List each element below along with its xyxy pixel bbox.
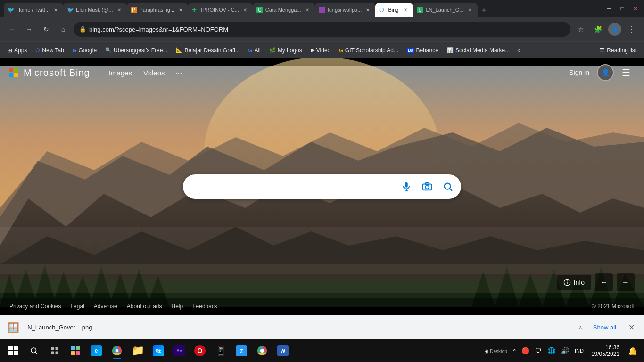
profile-button[interactable]: 👤 — [608, 23, 621, 36]
footer-privacy-link[interactable]: Privacy and Cookies — [9, 303, 61, 310]
new-tab-button[interactable]: + — [478, 4, 491, 17]
taskbar-app-edge[interactable]: e — [87, 341, 106, 360]
bookmark-behance[interactable]: Ba Behance — [403, 45, 442, 56]
taskbar-search-button[interactable] — [25, 341, 43, 360]
home-button[interactable]: ⌂ — [57, 23, 70, 36]
bookmarks-more-button[interactable]: » — [514, 45, 523, 56]
task-view-icon — [50, 346, 59, 355]
language-indicator[interactable]: IND — [573, 347, 586, 354]
svg-text:Z: Z — [240, 348, 243, 354]
bookmark-belajar-label: Belajar Desain Grafi... — [184, 47, 239, 54]
bookmark-newtab[interactable]: ⬡ New Tab — [32, 45, 67, 56]
tab-close-5[interactable]: ✕ — [304, 6, 311, 14]
hamburger-menu-button[interactable]: ☰ — [618, 64, 635, 81]
tab-close-1[interactable]: ✕ — [52, 6, 59, 14]
show-all-button[interactable]: Show all — [587, 321, 622, 334]
minimize-button[interactable]: ─ — [604, 4, 614, 13]
tab-close-4[interactable]: ✕ — [241, 6, 249, 14]
bookmark-all[interactable]: G All — [245, 45, 264, 56]
taskbar-app-explorer[interactable]: 📁 — [128, 341, 147, 360]
notifications-button[interactable]: 🔔 — [625, 343, 640, 358]
footer-about-ads-link[interactable]: About our ads — [127, 303, 162, 310]
reading-list-icon: ☰ — [600, 47, 605, 54]
bing-nav-videos[interactable]: Videos — [139, 66, 170, 80]
system-tray-expand[interactable]: ^ — [511, 346, 518, 355]
tab-close-6[interactable]: ✕ — [364, 6, 372, 14]
network-icon[interactable]: 🌐 — [545, 346, 557, 355]
bing-logo[interactable]: Microsoft Bing — [9, 67, 90, 78]
notification-icon: 🔔 — [628, 346, 637, 355]
taskbar-app-chrome2[interactable] — [253, 341, 272, 360]
footer-links: Privacy and Cookies Legal Advertise Abou… — [9, 303, 217, 310]
profile-avatar[interactable]: 👤 — [597, 64, 614, 81]
footer-help-link[interactable]: Help — [172, 303, 183, 310]
bookmark-ubersuggest[interactable]: 🔍 Ubersuggest's Free... — [101, 45, 171, 56]
bookmark-git-scholarship[interactable]: G GIT Scholarship Ad... — [335, 45, 402, 56]
tab-bing[interactable]: ⬡ Bing ✕ — [375, 3, 413, 17]
taskbar-app-phonelink[interactable]: 📱 — [211, 341, 230, 360]
tab-cara-mengga[interactable]: C Cara Mengga... ✕ — [253, 3, 315, 17]
start-button[interactable] — [4, 341, 23, 360]
forward-button[interactable]: → — [23, 23, 36, 36]
tab-close-7[interactable]: ✕ — [402, 6, 409, 14]
next-image-button[interactable]: → — [617, 273, 635, 291]
footer-advertise-link[interactable]: Advertise — [94, 303, 117, 310]
volume-icon[interactable]: 🔊 — [559, 346, 571, 355]
visual-search-icon-button[interactable] — [418, 177, 437, 196]
taskbar-app-opera[interactable]: O — [190, 341, 209, 360]
reload-button[interactable]: ↻ — [40, 23, 53, 36]
reading-list-button[interactable]: ☰ Reading list — [596, 45, 640, 56]
browser-menu-button[interactable]: ⋮ — [625, 23, 638, 36]
widgets-button[interactable] — [66, 341, 85, 360]
taskbar-app-zoom[interactable]: Z — [232, 341, 251, 360]
footer-legal-link[interactable]: Legal — [70, 303, 84, 310]
download-bar: 🪟 LN_Launch_Gover....png ∧ Show all ✕ — [0, 315, 644, 339]
back-button[interactable]: ← — [6, 23, 19, 36]
url-text: bing.com/?scope=images&nr=1&FORM=NOFORM — [89, 26, 565, 33]
bookmark-social-media[interactable]: 📊 Social Media Marke... — [443, 45, 513, 56]
bing-nav-more-dots[interactable]: ··· — [172, 66, 186, 80]
bing-nav-images[interactable]: Images — [104, 66, 137, 80]
tab-home-twitter[interactable]: 🐦 Home / Twitt... ✕ — [4, 3, 63, 17]
footer-feedback-link[interactable]: Feedback — [192, 303, 217, 310]
extensions-button[interactable]: 🧩 — [591, 23, 604, 36]
tab-strip: 🐦 Home / Twitt... ✕ 🐦 Elon Musk (@... ✕ … — [4, 0, 601, 17]
clock-time: 16:36 — [605, 344, 619, 351]
search-button[interactable] — [438, 177, 457, 196]
taskbar-app-chrome[interactable] — [107, 341, 126, 360]
aftereffects-icon: Ae — [173, 345, 185, 356]
taskbar-app-aftereffects[interactable]: Ae — [170, 341, 189, 360]
bookmark-mylogos[interactable]: 🌿 My Logos — [265, 45, 306, 56]
tab-fungsi-wallpa[interactable]: f fungsi wallpa... ✕ — [315, 3, 376, 17]
bookmark-star-button[interactable]: ☆ — [574, 23, 587, 36]
taskbar-app-word[interactable]: W — [273, 341, 292, 360]
tab-ln-launch[interactable]: L LN_Launch_G... ✕ — [413, 3, 477, 17]
download-bar-close-button[interactable]: ✕ — [627, 321, 636, 334]
sign-in-button[interactable]: Sign in — [565, 67, 593, 78]
svg-line-32 — [450, 189, 452, 190]
bookmark-google[interactable]: G Google — [69, 45, 100, 56]
task-view-button[interactable] — [45, 341, 64, 360]
tab-elon-musk[interactable]: 🐦 Elon Musk (@... ✕ — [63, 3, 126, 17]
show-desktop-button[interactable]: ⊞ Desktop — [482, 346, 509, 355]
bookmark-belajar[interactable]: 📐 Belajar Desain Grafi... — [172, 45, 243, 56]
close-button[interactable]: ✕ — [631, 4, 640, 13]
system-clock[interactable]: 16:36 19/05/2021 — [587, 344, 623, 357]
info-button[interactable]: Info — [557, 275, 591, 290]
maximize-button[interactable]: □ — [618, 4, 627, 13]
tab-paraphrasing[interactable]: P Paraphrasing... ✕ — [127, 3, 189, 17]
microphone-icon-button[interactable] — [397, 177, 416, 196]
tab-close-8[interactable]: ✕ — [466, 6, 474, 14]
tab-favicon-8: L — [417, 7, 423, 13]
bookmark-video[interactable]: ▶ Video — [307, 45, 334, 56]
tab-close-2[interactable]: ✕ — [116, 6, 123, 14]
prev-image-button[interactable]: ← — [595, 273, 613, 291]
url-bar[interactable]: 🔒 bing.com/?scope=images&nr=1&FORM=NOFOR… — [74, 22, 570, 37]
download-expand-button[interactable]: ∧ — [578, 324, 583, 331]
taskbar-app-store[interactable]: 🛍 — [149, 341, 168, 360]
bing-nav: Images Videos ··· — [104, 66, 565, 80]
bookmark-apps[interactable]: ⊞ Apps — [4, 45, 31, 56]
tab-iproinov[interactable]: ✚ IPROINOV - C... ✕ — [188, 3, 253, 17]
search-input[interactable] — [192, 182, 397, 191]
tab-close-3[interactable]: ✕ — [177, 6, 184, 14]
